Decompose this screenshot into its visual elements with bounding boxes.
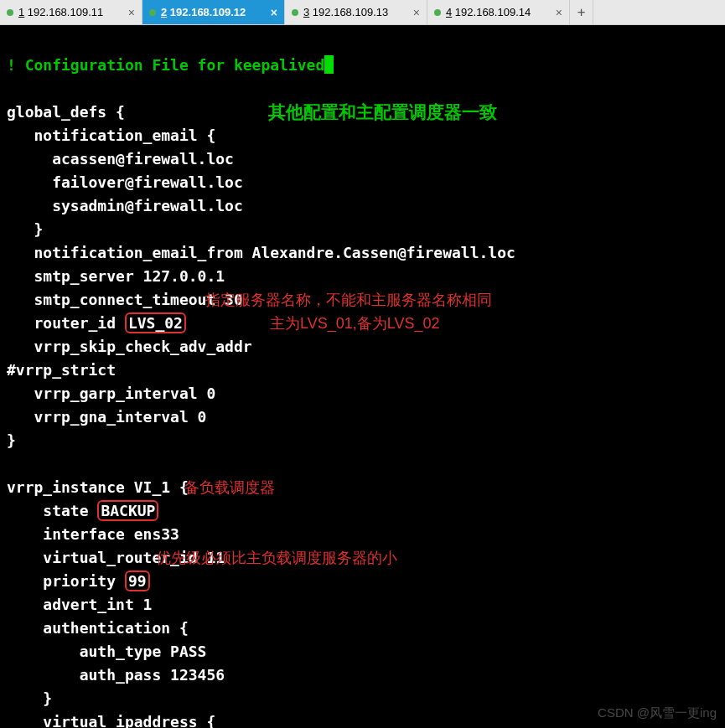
config-line: sysadmin@firewall.loc [7,197,243,214]
config-line: auth_type PASS [7,643,206,660]
terminal-content[interactable]: ! Configuration File for keepalived glob… [0,25,725,728]
annotation-other-config: 其他配置和主配置调度器一致 [268,101,497,124]
config-line: vrrp_skip_check_adv_addr [7,338,252,355]
status-dot-icon [292,9,298,16]
config-line: smtp_server 127.0.0.1 [7,267,225,285]
config-line: ! Configuration File for keepalived [7,56,324,74]
tab-host-2[interactable]: 2 192.168.109.12 × [142,0,285,24]
state-highlight: BACKUP [97,500,158,521]
config-line: auth_pass 123456 [7,666,225,684]
status-dot-icon [7,9,13,16]
router-id-line: router_id LVS_02 [7,312,186,333]
config-line: advert_int 1 [7,596,152,613]
config-line: authentication { [7,619,189,637]
config-line: } [7,431,16,449]
status-dot-icon [149,9,156,16]
tab-label: 192.168.109.12 [170,6,246,18]
watermark: CSDN @风雪一更ing [598,701,717,725]
config-line: global_defs { [7,103,125,121]
close-icon[interactable]: × [271,6,277,19]
tab-label: 192.168.109.13 [313,6,388,18]
config-line: } [7,220,43,238]
tab-label: 192.168.109.14 [455,6,531,18]
config-line: virtual_ipaddress { [7,713,215,728]
config-line: acassen@firewall.loc [7,150,234,168]
close-icon[interactable]: × [556,6,562,19]
priority-line: priority 99 [7,571,150,591]
config-line: vrrp_instance VI_1 { [7,478,189,496]
tab-label: 192.168.109.11 [28,6,103,18]
annotation-router-id-2: 主为LVS_01,备为LVS_02 [270,312,439,335]
tab-hotkey: 3 [303,6,309,18]
tab-host-1[interactable]: 1 192.168.109.11 × [0,0,142,24]
tab-hotkey: 4 [446,6,452,18]
add-tab-button[interactable]: + [570,0,593,24]
router-id-highlight: LVS_02 [125,312,186,333]
tab-hotkey: 2 [161,6,167,18]
close-icon[interactable]: × [413,6,420,19]
tab-hotkey: 1 [18,6,24,18]
cursor [324,55,334,74]
config-line: vrrp_garp_interval 0 [7,385,215,402]
close-icon[interactable]: × [128,6,135,19]
config-line: notification_email { [7,126,215,144]
config-line: notification_email_from Alexandre.Cassen… [7,244,515,261]
tab-bar: 1 192.168.109.11 × 2 192.168.109.12 × 3 … [0,0,725,25]
config-line: vrrp_gna_interval 0 [7,408,206,426]
priority-highlight: 99 [125,571,150,591]
annotation-priority: 优先级必须比主负载调度服务器的小 [156,546,397,570]
config-line: interface ens33 [7,525,179,543]
config-line: #vrrp_strict [7,361,116,379]
tab-host-4[interactable]: 4 192.168.109.14 × [427,0,570,24]
config-line: } [7,689,52,707]
state-line: state BACKUP [7,500,158,521]
annotation-backup: 备负载调度器 [184,476,275,499]
tab-host-3[interactable]: 3 192.168.109.13 × [285,0,427,24]
status-dot-icon [434,9,441,16]
config-line: failover@firewall.loc [7,173,243,191]
annotation-router-id-1: 指定服务器名称，不能和主服务器名称相同 [205,288,492,312]
